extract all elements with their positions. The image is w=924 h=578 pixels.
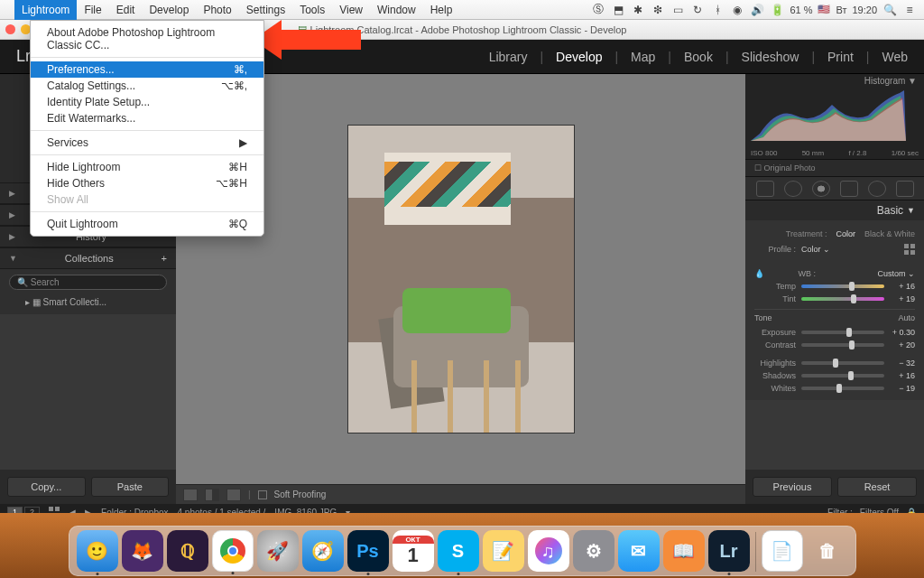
menu-about-item[interactable]: About Adobe Photoshop Lightroom Classic … — [31, 24, 263, 53]
menu-window[interactable]: Window — [370, 0, 423, 20]
skype-tray-icon[interactable]: Ⓢ — [591, 3, 605, 17]
menu-lightroom[interactable]: Lightroom — [14, 0, 77, 20]
treatment-bw[interactable]: Black & White — [864, 229, 915, 238]
temp-slider[interactable]: Temp+ 16 — [754, 280, 915, 293]
skype-dock-icon[interactable]: S — [438, 530, 479, 572]
menu-settings[interactable]: Settings — [239, 0, 292, 20]
brush-tool-icon[interactable] — [896, 181, 914, 197]
module-develop[interactable]: Develop — [556, 50, 602, 64]
module-web[interactable]: Web — [882, 50, 908, 64]
menu-tools[interactable]: Tools — [292, 0, 332, 20]
treatment-label: Treatment : — [786, 229, 827, 238]
wifi-tray-icon[interactable]: ◉ — [730, 3, 744, 17]
menu-watermarks-item[interactable]: Edit Watermarks... — [31, 110, 263, 126]
right-panel: Histogram ▼ ISO 800 50 mm f / 2.8 1/60 s… — [745, 74, 924, 504]
evernote-tray-icon[interactable]: ❇ — [651, 3, 665, 17]
module-slideshow[interactable]: Slideshow — [742, 50, 799, 64]
copy-button[interactable]: Copy... — [7, 477, 86, 497]
dropbox-tray-icon[interactable]: ⬒ — [611, 3, 625, 17]
menu-quit-item[interactable]: Quit Lightroom⌘Q — [31, 216, 263, 232]
clock-time[interactable]: 19:20 — [852, 5, 877, 15]
flag-tray-icon[interactable]: 🇺🇸 — [818, 4, 830, 15]
module-library[interactable]: Library — [489, 50, 528, 64]
highlights-slider[interactable]: Highlights− 32 — [754, 357, 915, 369]
menu-hide-others-item[interactable]: Hide Others⌥⌘H — [31, 175, 263, 191]
firefox-dock-icon[interactable]: 🦊 — [122, 530, 163, 572]
original-photo-toggle[interactable]: ☐ Original Photo — [745, 160, 924, 177]
lightroom-logo: Lr — [16, 47, 31, 66]
shadows-slider[interactable]: Shadows+ 16 — [754, 369, 915, 382]
menu-view[interactable]: View — [332, 0, 370, 20]
menu-identity-plate-item[interactable]: Identity Plate Setup... — [31, 94, 263, 110]
menu-help[interactable]: Help — [423, 0, 460, 20]
dock-wrapper: 🙂 🦊 ℚ 🚀 🧭 Ps ОКТ1 S 📝 ♫ ⚙ ✉ 📖 Lr 📄 🗑 — [0, 513, 924, 578]
display-tray-icon[interactable]: ▭ — [670, 3, 685, 17]
menu-hide-lightroom-item[interactable]: Hide Lightroom⌘H — [31, 159, 263, 175]
chrome-dock-icon[interactable] — [212, 530, 254, 572]
collections-panel-header[interactable]: ▼Collections+ — [0, 247, 176, 269]
settings-dock-icon[interactable]: ⚙ — [573, 530, 614, 572]
profile-browser-icon[interactable] — [904, 244, 915, 255]
spot-tool-icon[interactable] — [784, 181, 802, 197]
module-map[interactable]: Map — [631, 50, 655, 64]
menu-catalog-settings-item[interactable]: Catalog Settings...⌥⌘, — [31, 78, 263, 94]
mail-dock-icon[interactable]: ✉ — [618, 530, 660, 572]
previous-button[interactable]: Previous — [753, 477, 832, 497]
menu-photo[interactable]: Photo — [196, 0, 238, 20]
collections-body: 🔍 Search ▸ ▦ Smart Collecti... — [0, 269, 176, 314]
safari-dock-icon[interactable]: 🧭 — [302, 530, 344, 572]
spotlight-icon[interactable]: 🔍 — [882, 3, 897, 17]
menu-services-item[interactable]: Services▶ — [31, 135, 263, 151]
menu-develop[interactable]: Develop — [142, 0, 196, 20]
app-dock-icon[interactable]: ℚ — [167, 530, 208, 572]
wb-select[interactable]: Custom ⌄ — [821, 269, 915, 278]
radial-filter-icon[interactable] — [868, 181, 886, 197]
crop-tool-icon[interactable] — [756, 181, 774, 197]
paste-button[interactable]: Paste — [91, 477, 170, 497]
contrast-slider[interactable]: Contrast+ 20 — [754, 339, 915, 351]
collections-search[interactable]: 🔍 Search — [9, 275, 167, 290]
close-window-button[interactable] — [5, 24, 15, 34]
document-dock-icon[interactable]: 📄 — [762, 530, 803, 572]
module-book[interactable]: Book — [684, 50, 713, 64]
slack-tray-icon[interactable]: ✱ — [631, 3, 645, 17]
exposure-slider[interactable]: Exposure+ 0.30 — [754, 326, 915, 339]
module-print[interactable]: Print — [827, 50, 854, 64]
itunes-dock-icon[interactable]: ♫ — [528, 530, 569, 572]
profile-select[interactable]: Color ⌄ — [801, 245, 899, 254]
launchpad-dock-icon[interactable]: 🚀 — [257, 530, 299, 572]
whites-slider[interactable]: Whites− 19 — [754, 382, 915, 395]
before-after-icon[interactable] — [205, 489, 219, 501]
auto-tone-button[interactable]: Auto — [898, 313, 915, 322]
volume-tray-icon[interactable]: 🔊 — [750, 3, 764, 17]
trash-dock-icon[interactable]: 🗑 — [807, 530, 848, 572]
basic-panel-header[interactable]: Basic▼ — [745, 200, 924, 220]
system-tray: Ⓢ ⬒ ✱ ❇ ▭ ↻ ᚼ ◉ 🔊 🔋 61 % 🇺🇸 Вт 19:20 🔍 ≡ — [591, 3, 917, 17]
calendar-dock-icon[interactable]: ОКТ1 — [393, 530, 434, 572]
menu-file[interactable]: File — [77, 0, 108, 20]
menu-edit[interactable]: Edit — [109, 0, 143, 20]
timemachine-tray-icon[interactable]: ↻ — [690, 3, 705, 17]
notes-dock-icon[interactable]: 📝 — [483, 530, 524, 572]
battery-tray-icon[interactable]: 🔋 — [770, 3, 784, 17]
smart-collections-item[interactable]: ▸ ▦ Smart Collecti... — [9, 295, 167, 309]
menu-preferences-item[interactable]: Preferences...⌘, — [31, 61, 263, 78]
tint-slider[interactable]: Tint+ 19 — [754, 293, 915, 305]
battery-percent: 61 % — [790, 5, 812, 15]
grad-filter-icon[interactable] — [840, 181, 858, 197]
reset-button[interactable]: Reset — [837, 477, 917, 497]
notification-center-icon[interactable]: ≡ — [902, 3, 917, 17]
wb-picker-icon[interactable]: 💧 — [754, 269, 769, 278]
bluetooth-tray-icon[interactable]: ᚼ — [710, 3, 725, 17]
ibooks-dock-icon[interactable]: 📖 — [663, 530, 705, 572]
lightroom-dock-icon[interactable]: Lr — [708, 530, 750, 572]
loupe-view-icon[interactable] — [183, 489, 198, 501]
finder-dock-icon[interactable]: 🙂 — [77, 530, 118, 572]
before-after-v-icon[interactable] — [226, 489, 241, 501]
soft-proof-checkbox[interactable] — [258, 490, 267, 499]
treatment-color[interactable]: Color — [836, 229, 855, 238]
photoshop-dock-icon[interactable]: Ps — [347, 530, 389, 572]
clock-day[interactable]: Вт — [836, 5, 846, 15]
redeye-tool-icon[interactable] — [812, 181, 830, 197]
histogram-panel[interactable]: Histogram ▼ ISO 800 50 mm f / 2.8 1/60 s… — [745, 74, 924, 160]
